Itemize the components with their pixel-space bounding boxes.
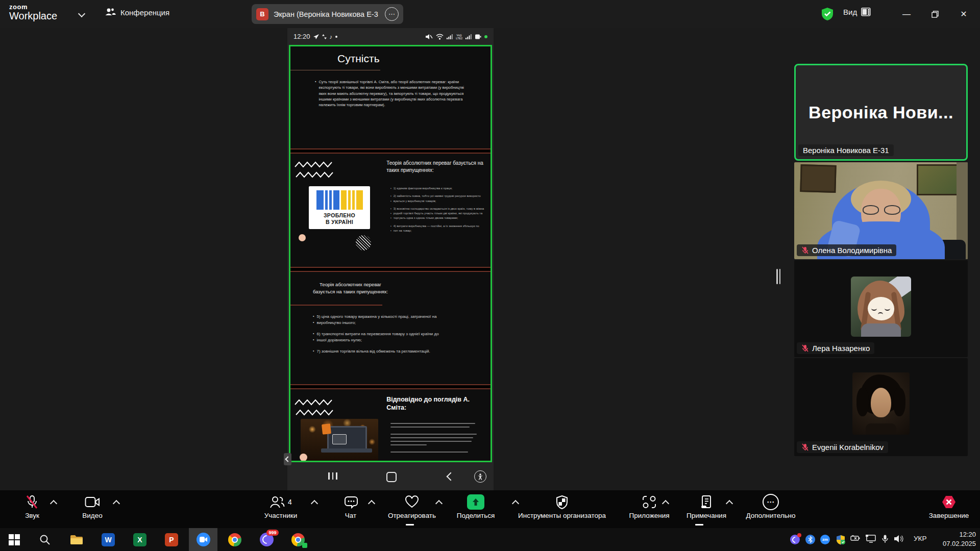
minimize-button[interactable]: — [894, 0, 919, 28]
notes-button[interactable]: Примечания [671, 494, 742, 519]
chrome-icon [228, 533, 241, 546]
video-camera-icon [85, 496, 100, 508]
lera-avatar [851, 277, 911, 337]
participant-name-label: Вероніка Новикова Е-31 [798, 144, 894, 156]
battery-icon [475, 34, 481, 40]
recording-dot-icon [484, 35, 487, 38]
slide-separator [290, 148, 491, 154]
peach-dot-decoration [300, 454, 307, 461]
participant-name-label: Evgenii Korabelnikov [797, 441, 888, 453]
participant-tile-veronika[interactable]: Вероніка Нови... Вероніка Новикова Е-31 [794, 64, 968, 161]
chat-button[interactable]: Чат [325, 494, 376, 519]
chrome-badge-icon [302, 543, 307, 548]
muted-mic-icon [801, 443, 809, 452]
telegram-icon [313, 34, 319, 39]
notes-icon [700, 495, 713, 509]
security-shield-icon[interactable] [821, 7, 834, 21]
back-icon [447, 472, 455, 481]
slide4-heading: Відповідно до поглядів А. Сміта: [386, 395, 486, 412]
tray-display-icon[interactable] [866, 535, 876, 543]
zigzag-decoration [295, 161, 333, 180]
signal-bars-icon [447, 34, 453, 39]
ecommerce-photo [301, 419, 378, 461]
language-indicator[interactable]: УКР [914, 535, 926, 542]
phone-status-bar: 12:20 ♪ [287, 28, 494, 45]
volte-indicator: Vo)) LTE2 [456, 34, 462, 40]
data-transfer-icon [322, 34, 327, 39]
zoom-workplace-window: zoom Workplace Конференция В Экран (Веро… [0, 0, 980, 551]
audio-button[interactable]: Звук [7, 494, 58, 519]
tab-menu-button[interactable]: ⋯ [385, 7, 399, 21]
search-icon [39, 534, 51, 545]
video-button[interactable]: Видео [67, 494, 118, 519]
slide-3: Теорія абсолютних переваг базується на т… [290, 272, 491, 384]
host-tools-shield-icon [556, 495, 568, 509]
tray-microphone-icon[interactable] [882, 535, 888, 543]
file-explorer-button[interactable] [62, 528, 91, 551]
participant-name-label: Лера Назаренко [797, 342, 874, 354]
excel-button[interactable]: X [126, 528, 154, 551]
tray-battery-icon[interactable] [850, 535, 862, 542]
recents-icon [328, 472, 337, 480]
restore-button[interactable] [923, 0, 947, 28]
tray-viber-icon[interactable] [790, 535, 800, 544]
taskbar-date: 07.02.2025 [943, 539, 976, 548]
muted-mic-icon [801, 246, 809, 255]
tray-defender-icon[interactable] [836, 535, 846, 545]
host-tools-button[interactable]: Инструменты организатора [501, 494, 623, 519]
participant-tile-olena[interactable]: Олена Володимирівна [794, 162, 968, 259]
tray-zoom-icon[interactable]: zm [820, 535, 830, 544]
tray-speaker-icon[interactable] [894, 535, 904, 543]
slide1-underline [290, 70, 380, 70]
powerpoint-button[interactable]: P [157, 528, 186, 551]
more-button[interactable]: ⋯ Дополнительно [735, 494, 806, 519]
slide3-heading: Теорія абсолютних переваг базується на т… [299, 281, 403, 296]
powerpoint-icon: P [165, 533, 178, 546]
slide4-text-lines [390, 423, 480, 455]
heart-icon [405, 495, 419, 509]
view-button[interactable]: Вид [843, 8, 871, 16]
tab-conference[interactable]: Конференция [105, 8, 169, 17]
slide-separator [290, 267, 491, 272]
windows-taskbar: W X P 999 [0, 528, 980, 551]
tiktok-icon: ♪ [330, 34, 333, 40]
participants-options-chevron-icon[interactable] [311, 500, 318, 507]
peach-dot-decoration [299, 234, 306, 241]
reactions-button[interactable]: Отреагировать [376, 494, 448, 519]
notes-indicator-dash [695, 524, 703, 525]
participants-icon [105, 8, 116, 17]
start-button[interactable] [0, 528, 29, 551]
zoom-app-button-active[interactable] [189, 528, 217, 551]
screen-tab-label: Экран (Вероніка Новикова Е-3 [274, 10, 382, 18]
word-button[interactable]: W [94, 528, 122, 551]
slide1-title: Сутність [290, 53, 427, 65]
slide-separator [290, 384, 491, 389]
participant-tile-lera[interactable]: Лера Назаренко [794, 260, 968, 357]
chrome-button[interactable] [220, 528, 249, 551]
panel-resize-handle[interactable] [776, 269, 780, 284]
tab-screen-share[interactable]: В Экран (Вероніка Новикова Е-3 ⋯ [252, 4, 403, 24]
made-in-ukraine-logo: ЗРОБЛЕНО В УКРАЇНІ [309, 186, 370, 229]
participants-icon [270, 495, 285, 509]
close-button[interactable]: ✕ [951, 0, 976, 28]
hatched-circle-decoration [356, 235, 371, 251]
taskbar-search-button[interactable] [31, 528, 59, 551]
end-meeting-button[interactable]: Завершение [913, 494, 980, 519]
tray-bluetooth-icon[interactable] [805, 535, 815, 544]
logo-zoom-text: zoom [9, 4, 57, 10]
participants-button[interactable]: 4 Участники [253, 494, 309, 519]
taskbar-clock[interactable]: 12:20 07.02.2025 [943, 530, 976, 548]
mic-muted-icon [26, 495, 39, 509]
viber-icon: 999 [260, 533, 274, 546]
participant-name-label: Олена Володимирівна [797, 244, 896, 256]
apps-icon [642, 495, 656, 509]
phone-screen-share-frame: Сутність Суть теорії зовнішньої торгівлі… [289, 45, 492, 462]
viber-button[interactable]: 999 [252, 528, 281, 551]
workspace-chevron-down-icon[interactable] [78, 10, 85, 17]
end-hexagon-icon [941, 494, 957, 510]
participant-tile-evgenii[interactable]: Evgenii Korabelnikov [794, 358, 968, 456]
folder-icon [70, 534, 83, 545]
word-icon: W [102, 533, 115, 546]
slide-1: Сутність Суть теорії зовнішньої торгівлі… [290, 46, 491, 148]
chrome-profile2-button[interactable] [284, 528, 312, 551]
